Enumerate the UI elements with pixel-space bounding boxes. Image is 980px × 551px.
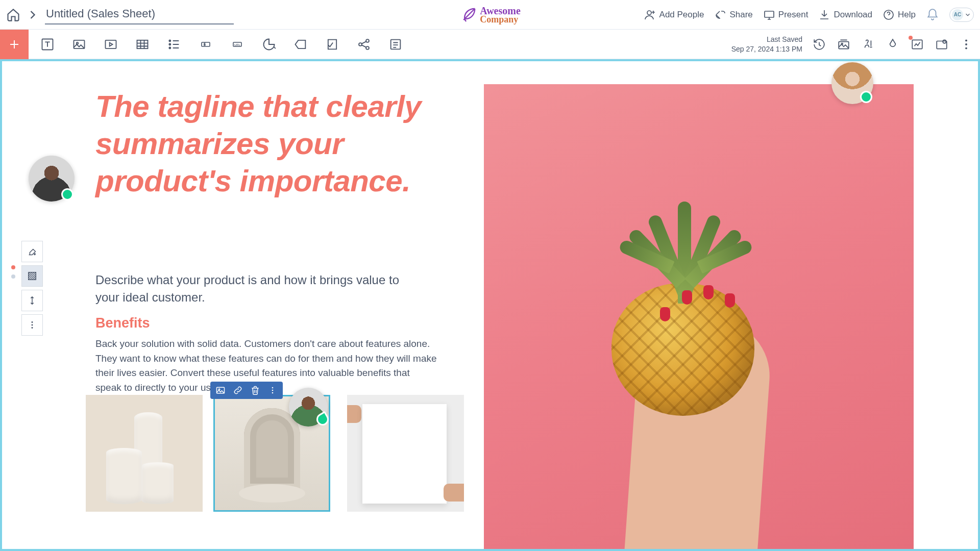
svg-point-28 [272, 387, 274, 389]
insert-tool-list: URL [29, 35, 414, 54]
share-button[interactable]: Share [714, 9, 752, 21]
top-bar: Awesome Company Add People Share Present… [0, 0, 980, 30]
image-tool-icon[interactable] [69, 35, 89, 54]
link-icon[interactable] [230, 383, 246, 397]
replace-image-icon[interactable] [212, 383, 229, 397]
button-tool-icon[interactable] [196, 35, 215, 54]
video-tool-icon[interactable] [101, 35, 120, 54]
download-label: Download [834, 10, 872, 20]
last-saved: Last Saved Sep 27, 2024 1:13 PM [731, 35, 802, 53]
notifications-icon[interactable] [926, 8, 939, 21]
height-icon[interactable] [21, 290, 43, 311]
chevron-down-icon [964, 11, 971, 18]
hero-image[interactable] [484, 84, 914, 551]
svg-point-25 [965, 47, 967, 49]
svg-point-23 [965, 39, 967, 41]
list-tool-icon[interactable] [164, 35, 184, 54]
styles-icon[interactable] [861, 37, 876, 52]
insert-toolbar: URL Last Saved Sep 27, 2024 1:13 PM [0, 30, 980, 59]
share-label: Share [729, 10, 752, 20]
add-people-button[interactable]: Add People [644, 9, 704, 21]
selection-more-icon[interactable] [264, 383, 281, 397]
hero-description[interactable]: Describe what your product is and how it… [95, 271, 422, 306]
collaborator-avatar-1[interactable] [29, 156, 75, 202]
fill-color-icon[interactable] [21, 241, 43, 262]
svg-point-30 [272, 392, 274, 394]
toolbar-right: Last Saved Sep 27, 2024 1:13 PM [731, 35, 980, 53]
svg-point-19 [841, 43, 843, 44]
logo: Awesome Company [459, 6, 521, 24]
svg-rect-21 [937, 41, 947, 48]
embed-tool-icon[interactable]: URL [228, 35, 247, 54]
collaborator-avatar-2[interactable] [831, 62, 873, 104]
top-bar-left [6, 5, 234, 24]
rail-indicator-dots [11, 265, 15, 279]
svg-rect-11 [202, 42, 210, 46]
svg-point-0 [647, 11, 651, 15]
section-style-rail [21, 241, 43, 336]
add-people-label: Add People [659, 10, 704, 20]
rail-dot-active [11, 265, 15, 269]
social-tool-icon[interactable] [354, 35, 374, 54]
add-block-button[interactable] [0, 30, 29, 59]
svg-point-33 [32, 324, 33, 326]
chevron-right-icon [26, 8, 40, 22]
analytics-icon[interactable] [910, 37, 925, 52]
logo-text-2: Company [480, 15, 521, 24]
theme-icon[interactable] [885, 37, 900, 52]
top-bar-actions: Add People Share Present Download Help A… [644, 8, 974, 22]
svg-point-24 [965, 43, 967, 45]
svg-point-9 [169, 43, 170, 45]
svg-point-10 [169, 47, 170, 48]
analytics-badge-dot [909, 36, 913, 40]
svg-point-34 [32, 327, 33, 329]
background-pattern-icon[interactable] [21, 265, 43, 287]
thumbnail-image-1[interactable] [86, 395, 203, 512]
last-saved-label: Last Saved [731, 35, 802, 44]
text-tool-icon[interactable] [38, 35, 57, 54]
svg-text:URL: URL [234, 43, 241, 46]
poll-tool-icon[interactable] [323, 35, 342, 54]
thumbnail-image-3[interactable] [347, 395, 464, 512]
chart-tool-icon[interactable] [259, 35, 279, 54]
form-tool-icon[interactable] [386, 35, 405, 54]
account-menu[interactable]: AC [949, 8, 974, 22]
collaborator-avatar-3[interactable] [289, 388, 328, 427]
callout-tool-icon[interactable] [291, 35, 310, 54]
svg-point-32 [32, 321, 33, 323]
editor-canvas[interactable]: The tagline that clearly summarizes your… [0, 59, 980, 551]
delete-icon[interactable] [247, 383, 263, 397]
logo-leaf-icon [459, 6, 478, 24]
present-button[interactable]: Present [763, 9, 808, 21]
settings-icon[interactable] [934, 37, 949, 52]
help-button[interactable]: Help [883, 9, 916, 21]
more-icon[interactable] [959, 37, 974, 52]
image-manager-icon[interactable] [836, 37, 851, 52]
document-title-input[interactable] [45, 5, 234, 24]
help-label: Help [898, 10, 916, 20]
rail-more-icon[interactable] [21, 314, 43, 336]
selection-toolbar [210, 382, 283, 399]
history-icon[interactable] [812, 37, 827, 52]
svg-rect-6 [106, 40, 116, 48]
benefits-heading[interactable]: Benefits [95, 315, 150, 331]
svg-point-29 [272, 390, 274, 391]
present-label: Present [778, 10, 808, 20]
download-button[interactable]: Download [818, 9, 872, 21]
hero-title[interactable]: The tagline that clearly summarizes your… [95, 88, 463, 200]
svg-rect-7 [137, 40, 148, 48]
account-initials: AC [952, 9, 963, 20]
svg-point-8 [169, 40, 170, 41]
svg-rect-1 [765, 11, 774, 17]
table-tool-icon[interactable] [133, 35, 152, 54]
home-icon[interactable] [6, 8, 20, 22]
rail-dot-inactive [11, 274, 15, 279]
last-saved-time: Sep 27, 2024 1:13 PM [731, 44, 802, 54]
